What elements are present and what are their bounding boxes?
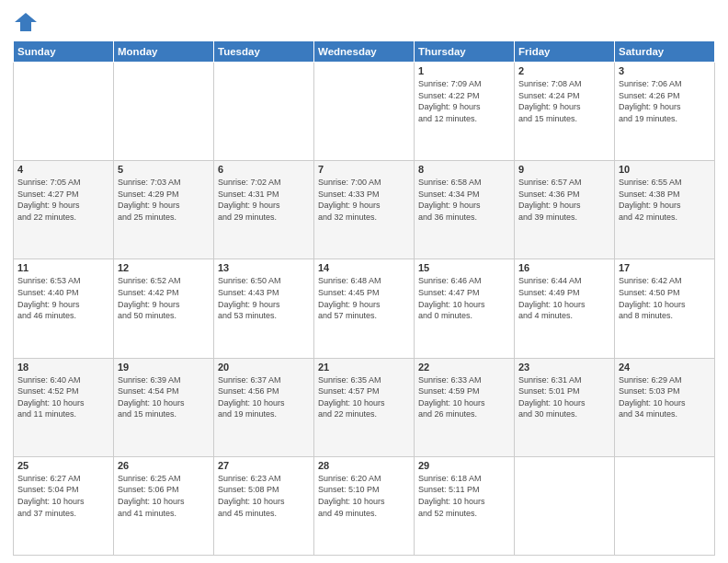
day-cell-5: 5Sunrise: 7:03 AMSunset: 4:29 PMDaylight… [114, 161, 214, 259]
day-cell-29: 29Sunrise: 6:18 AMSunset: 5:11 PMDayligh… [415, 456, 515, 555]
day-info-text: Sunrise: 6:20 AMSunset: 5:10 PMDaylight:… [318, 473, 410, 519]
day-info-text: Sunrise: 6:44 AMSunset: 4:49 PMDaylight:… [518, 275, 610, 321]
day-number: 2 [518, 65, 610, 76]
day-cell-22: 22Sunrise: 6:33 AMSunset: 4:59 PMDayligh… [415, 358, 515, 456]
day-cell-1: 1Sunrise: 7:09 AMSunset: 4:22 PMDaylight… [415, 63, 515, 161]
day-number: 13 [218, 262, 310, 273]
day-info-text: Sunrise: 6:37 AMSunset: 4:56 PMDaylight:… [218, 374, 310, 420]
day-number: 18 [17, 362, 109, 373]
day-info-text: Sunrise: 6:31 AMSunset: 5:01 PMDaylight:… [518, 374, 610, 420]
day-number: 1 [418, 65, 510, 76]
day-cell-14: 14Sunrise: 6:48 AMSunset: 4:45 PMDayligh… [314, 259, 415, 358]
logo [13, 9, 42, 35]
day-cell-19: 19Sunrise: 6:39 AMSunset: 4:54 PMDayligh… [114, 358, 214, 456]
day-info-text: Sunrise: 6:53 AMSunset: 4:40 PMDaylight:… [17, 275, 109, 321]
calendar-table: SundayMondayTuesdayWednesdayThursdayFrid… [13, 40, 715, 556]
day-info-text: Sunrise: 6:29 AMSunset: 5:03 PMDaylight:… [619, 374, 711, 420]
day-cell-empty-4-6 [615, 456, 715, 555]
day-info-text: Sunrise: 6:58 AMSunset: 4:34 PMDaylight:… [418, 177, 510, 223]
day-cell-15: 15Sunrise: 6:46 AMSunset: 4:47 PMDayligh… [415, 259, 515, 358]
day-info-text: Sunrise: 7:00 AMSunset: 4:33 PMDaylight:… [318, 177, 410, 223]
day-cell-2: 2Sunrise: 7:08 AMSunset: 4:24 PMDaylight… [515, 63, 615, 161]
day-info-text: Sunrise: 7:08 AMSunset: 4:24 PMDaylight:… [518, 78, 610, 124]
day-number: 4 [17, 164, 109, 175]
day-info-text: Sunrise: 6:23 AMSunset: 5:08 PMDaylight:… [218, 473, 310, 519]
weekday-header-thursday: Thursday [415, 41, 515, 63]
day-number: 12 [118, 262, 210, 273]
day-info-text: Sunrise: 6:35 AMSunset: 4:57 PMDaylight:… [318, 374, 410, 420]
day-number: 19 [118, 362, 210, 373]
day-number: 22 [418, 362, 510, 373]
day-number: 29 [418, 460, 510, 471]
day-number: 6 [218, 164, 310, 175]
day-info-text: Sunrise: 7:06 AMSunset: 4:26 PMDaylight:… [619, 78, 711, 124]
day-cell-empty-4-5 [515, 456, 615, 555]
day-cell-12: 12Sunrise: 6:52 AMSunset: 4:42 PMDayligh… [114, 259, 214, 358]
day-number: 21 [318, 362, 410, 373]
day-cell-empty-0-0 [14, 63, 114, 161]
day-info-text: Sunrise: 6:33 AMSunset: 4:59 PMDaylight:… [418, 374, 510, 420]
day-cell-28: 28Sunrise: 6:20 AMSunset: 5:10 PMDayligh… [314, 456, 415, 555]
day-cell-10: 10Sunrise: 6:55 AMSunset: 4:38 PMDayligh… [615, 161, 715, 259]
day-cell-17: 17Sunrise: 6:42 AMSunset: 4:50 PMDayligh… [615, 259, 715, 358]
day-info-text: Sunrise: 6:57 AMSunset: 4:36 PMDaylight:… [518, 177, 610, 223]
weekday-header-sunday: Sunday [14, 41, 114, 63]
day-info-text: Sunrise: 6:52 AMSunset: 4:42 PMDaylight:… [118, 275, 210, 321]
day-info-text: Sunrise: 7:05 AMSunset: 4:27 PMDaylight:… [17, 177, 109, 223]
day-cell-empty-0-3 [314, 63, 415, 161]
day-cell-empty-0-2 [214, 63, 314, 161]
weekday-header-saturday: Saturday [615, 41, 715, 63]
day-info-text: Sunrise: 6:27 AMSunset: 5:04 PMDaylight:… [17, 473, 109, 519]
week-row-5: 25Sunrise: 6:27 AMSunset: 5:04 PMDayligh… [14, 456, 715, 555]
day-number: 3 [619, 65, 711, 76]
generalblue-logo-icon [13, 9, 39, 35]
day-number: 24 [619, 362, 711, 373]
weekday-header-wednesday: Wednesday [314, 41, 415, 63]
week-row-4: 18Sunrise: 6:40 AMSunset: 4:52 PMDayligh… [14, 358, 715, 456]
day-info-text: Sunrise: 6:18 AMSunset: 5:11 PMDaylight:… [418, 473, 510, 519]
day-number: 5 [118, 164, 210, 175]
day-info-text: Sunrise: 6:25 AMSunset: 5:06 PMDaylight:… [118, 473, 210, 519]
day-cell-13: 13Sunrise: 6:50 AMSunset: 4:43 PMDayligh… [214, 259, 314, 358]
day-cell-11: 11Sunrise: 6:53 AMSunset: 4:40 PMDayligh… [14, 259, 114, 358]
day-info-text: Sunrise: 6:39 AMSunset: 4:54 PMDaylight:… [118, 374, 210, 420]
weekday-header-row: SundayMondayTuesdayWednesdayThursdayFrid… [14, 41, 715, 63]
weekday-header-friday: Friday [515, 41, 615, 63]
day-number: 26 [118, 460, 210, 471]
day-cell-8: 8Sunrise: 6:58 AMSunset: 4:34 PMDaylight… [415, 161, 515, 259]
day-number: 25 [17, 460, 109, 471]
day-number: 23 [518, 362, 610, 373]
day-number: 16 [518, 262, 610, 273]
day-number: 10 [619, 164, 711, 175]
page: SundayMondayTuesdayWednesdayThursdayFrid… [0, 0, 728, 563]
day-info-text: Sunrise: 6:50 AMSunset: 4:43 PMDaylight:… [218, 275, 310, 321]
day-info-text: Sunrise: 6:55 AMSunset: 4:38 PMDaylight:… [619, 177, 711, 223]
day-cell-9: 9Sunrise: 6:57 AMSunset: 4:36 PMDaylight… [515, 161, 615, 259]
day-number: 27 [218, 460, 310, 471]
day-info-text: Sunrise: 7:03 AMSunset: 4:29 PMDaylight:… [118, 177, 210, 223]
day-number: 11 [17, 262, 109, 273]
day-number: 8 [418, 164, 510, 175]
day-number: 20 [218, 362, 310, 373]
day-number: 7 [318, 164, 410, 175]
day-number: 14 [318, 262, 410, 273]
header [13, 9, 715, 35]
day-info-text: Sunrise: 6:42 AMSunset: 4:50 PMDaylight:… [619, 275, 711, 321]
day-number: 9 [518, 164, 610, 175]
day-cell-20: 20Sunrise: 6:37 AMSunset: 4:56 PMDayligh… [214, 358, 314, 456]
weekday-header-tuesday: Tuesday [214, 41, 314, 63]
day-cell-4: 4Sunrise: 7:05 AMSunset: 4:27 PMDaylight… [14, 161, 114, 259]
day-cell-26: 26Sunrise: 6:25 AMSunset: 5:06 PMDayligh… [114, 456, 214, 555]
day-cell-18: 18Sunrise: 6:40 AMSunset: 4:52 PMDayligh… [14, 358, 114, 456]
day-cell-16: 16Sunrise: 6:44 AMSunset: 4:49 PMDayligh… [515, 259, 615, 358]
day-info-text: Sunrise: 6:40 AMSunset: 4:52 PMDaylight:… [17, 374, 109, 420]
day-cell-27: 27Sunrise: 6:23 AMSunset: 5:08 PMDayligh… [214, 456, 314, 555]
week-row-2: 4Sunrise: 7:05 AMSunset: 4:27 PMDaylight… [14, 161, 715, 259]
day-info-text: Sunrise: 7:09 AMSunset: 4:22 PMDaylight:… [418, 78, 510, 124]
day-cell-24: 24Sunrise: 6:29 AMSunset: 5:03 PMDayligh… [615, 358, 715, 456]
day-info-text: Sunrise: 6:48 AMSunset: 4:45 PMDaylight:… [318, 275, 410, 321]
day-cell-3: 3Sunrise: 7:06 AMSunset: 4:26 PMDaylight… [615, 63, 715, 161]
day-info-text: Sunrise: 7:02 AMSunset: 4:31 PMDaylight:… [218, 177, 310, 223]
day-cell-21: 21Sunrise: 6:35 AMSunset: 4:57 PMDayligh… [314, 358, 415, 456]
day-number: 17 [619, 262, 711, 273]
